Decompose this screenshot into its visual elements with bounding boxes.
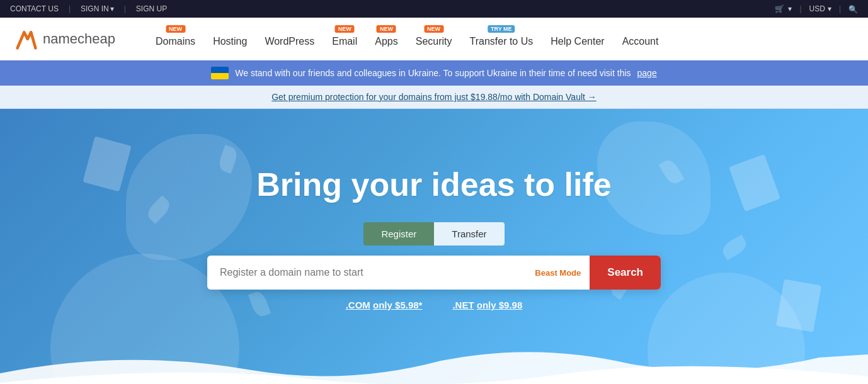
badge-new-email: NEW — [335, 25, 355, 33]
nav-label-email: Email — [332, 36, 357, 47]
nav-label-apps: Apps — [375, 36, 397, 47]
nav-label-domains: Domains — [156, 36, 195, 47]
top-bar-divider4: | — [839, 4, 841, 13]
com-price-value: only $5.98* — [373, 300, 422, 310]
search-icon-topbar[interactable]: 🔍 — [848, 3, 858, 14]
nav-label-wordpress: WordPress — [265, 36, 314, 47]
nav-item-security[interactable]: NEW Security — [407, 18, 461, 60]
domain-search-input[interactable] — [207, 256, 526, 290]
net-price-value: only $9.98 — [477, 300, 523, 310]
com-pricing[interactable]: .COM only $5.98* — [346, 300, 423, 310]
signin-arrow: ▾ — [110, 4, 114, 13]
tab-register[interactable]: Register — [363, 222, 434, 246]
main-nav: namecheap NEW Domains Hosting WordPress … — [0, 18, 868, 60]
net-pricing[interactable]: .NET only $9.98 — [452, 300, 522, 310]
logo-icon — [15, 28, 38, 50]
nav-items: NEW Domains Hosting WordPress NEW Email … — [147, 18, 667, 60]
badge-new-domains: NEW — [166, 25, 185, 33]
sign-up-link[interactable]: SIGN UP — [136, 4, 167, 13]
nav-item-transfer[interactable]: TRY ME Transfer to Us — [461, 18, 542, 60]
deco-paper-2 — [736, 159, 774, 206]
hero-title: Bring your ideas to life — [256, 166, 611, 203]
ukraine-flag-bottom — [211, 73, 229, 79]
promo-bar: Get premium protection for your domains … — [0, 86, 868, 109]
currency-arrow: ▾ — [828, 4, 831, 13]
sign-in-link[interactable]: SIGN IN▾ — [81, 4, 114, 13]
nav-item-email[interactable]: NEW Email — [323, 18, 366, 60]
top-bar: CONTACT US | SIGN IN▾ | SIGN UP 🛒 ▾ | US… — [0, 0, 868, 18]
badge-tryme-transfer: TRY ME — [488, 25, 515, 33]
top-bar-right: 🛒 ▾ | USD ▾ | 🔍 — [775, 3, 858, 14]
search-button[interactable]: Search — [590, 256, 661, 290]
top-bar-left: CONTACT US | SIGN IN▾ | SIGN UP — [10, 4, 167, 13]
top-bar-divider2: | — [124, 4, 126, 13]
net-tld: .NET — [452, 300, 474, 310]
nav-label-account: Account — [622, 36, 659, 47]
nav-item-help[interactable]: Help Center — [542, 18, 613, 60]
deco-leaf-5 — [252, 291, 267, 317]
nav-label-hosting: Hosting — [213, 36, 247, 47]
top-bar-divider: | — [69, 4, 71, 13]
beast-mode-button[interactable]: Beast Mode — [526, 256, 590, 290]
ukraine-text: We stand with our friends and colleagues… — [235, 68, 631, 78]
hero-section: Bring your ideas to life Register Transf… — [0, 109, 868, 384]
deco-paper-1 — [88, 140, 126, 188]
nav-item-wordpress[interactable]: WordPress — [256, 18, 323, 60]
nav-label-transfer: Transfer to Us — [470, 36, 534, 47]
nav-label-help: Help Center — [551, 36, 604, 47]
currency-selector[interactable]: USD ▾ — [809, 4, 831, 13]
nav-item-domains[interactable]: NEW Domains — [147, 18, 204, 60]
ukraine-flag — [211, 67, 229, 79]
top-bar-divider3: | — [799, 4, 801, 13]
currency-label: USD — [809, 4, 825, 13]
cart-icon-wrap[interactable]: 🛒 ▾ — [775, 4, 792, 13]
tab-transfer[interactable]: Transfer — [434, 222, 504, 246]
domain-pricing: .COM only $5.98* .NET only $9.98 — [346, 300, 523, 310]
cart-icon: 🛒 — [775, 4, 784, 13]
com-tld: .COM — [346, 300, 370, 310]
badge-new-apps: NEW — [377, 25, 396, 33]
ukraine-flag-top — [211, 67, 229, 73]
ukraine-banner: We stand with our friends and colleagues… — [0, 60, 868, 86]
cart-arrow: ▾ — [788, 4, 792, 13]
search-bar: Beast Mode Search — [207, 256, 661, 290]
deco-leaf-1 — [220, 147, 236, 172]
deco-paper-3 — [780, 282, 818, 329]
nav-item-apps[interactable]: NEW Apps — [366, 18, 406, 60]
wave-bottom — [0, 342, 868, 384]
contact-us-link[interactable]: CONTACT US — [10, 4, 59, 13]
deco-leaf-2 — [151, 197, 166, 222]
nav-label-security: Security — [416, 36, 452, 47]
nav-item-hosting[interactable]: Hosting — [204, 18, 256, 60]
deco-leaf-3 — [664, 159, 679, 184]
badge-new-security: NEW — [424, 25, 443, 33]
promo-link[interactable]: Get premium protection for your domains … — [271, 92, 597, 102]
logo[interactable]: namecheap — [15, 28, 115, 50]
ukraine-link[interactable]: page — [637, 68, 657, 78]
logo-text: namecheap — [43, 31, 115, 47]
tab-buttons: Register Transfer — [363, 222, 504, 246]
deco-leaf-4 — [727, 235, 742, 260]
nav-item-account[interactable]: Account — [614, 18, 668, 60]
search-icon: 🔍 — [848, 5, 858, 14]
blob-3 — [597, 121, 711, 235]
